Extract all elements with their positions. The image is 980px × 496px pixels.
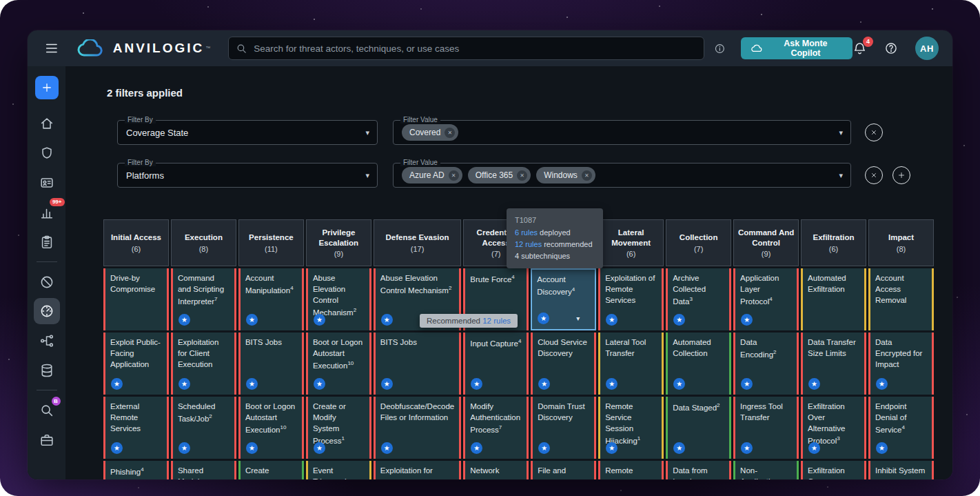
technique-cell[interactable]: Inhibit System bbox=[868, 461, 934, 479]
technique-cell[interactable]: Automated Collection★ bbox=[666, 333, 731, 395]
tactic-header[interactable]: Exfiltration(6) bbox=[801, 219, 866, 266]
sidebar-item-search[interactable]: B bbox=[34, 395, 60, 425]
technique-cell[interactable]: Data Staged2★ bbox=[666, 397, 731, 459]
technique-cell[interactable]: Account Access Removal bbox=[868, 268, 934, 330]
chip-remove-icon[interactable]: ✕ bbox=[582, 170, 592, 181]
technique-cell[interactable]: File and bbox=[531, 461, 596, 479]
technique-name: Create bbox=[245, 466, 297, 477]
technique-cell[interactable]: Modify Authentication Process7★ bbox=[463, 397, 529, 459]
sidebar-item-bar-chart[interactable]: 99+ bbox=[34, 197, 60, 227]
database-icon bbox=[39, 363, 54, 378]
sidebar-item-clipboard[interactable] bbox=[34, 227, 60, 257]
technique-cell[interactable]: Account Discovery4★▾ bbox=[531, 268, 596, 330]
desktop-background: ANVILOGIC ™ Ask Monte Copilot 4 AH bbox=[0, 0, 980, 496]
sidebar-item-shield[interactable] bbox=[34, 138, 60, 168]
expand-caret-icon[interactable]: ▾ bbox=[576, 314, 580, 324]
sidebar-item-gauge[interactable] bbox=[34, 298, 60, 324]
search-input[interactable] bbox=[254, 43, 697, 54]
technique-cell[interactable]: Command and Scripting Interpreter7★ bbox=[171, 268, 236, 330]
sidebar-item-database[interactable] bbox=[34, 355, 60, 385]
technique-cell[interactable]: Archive Collected Data3★ bbox=[666, 268, 731, 330]
technique-cell[interactable]: Data from Local bbox=[666, 461, 731, 479]
technique-cell[interactable]: Remote Service Session Hijacking1★ bbox=[598, 397, 664, 459]
technique-cell[interactable]: Endpoint Denial of Service4★ bbox=[868, 397, 934, 459]
sidebar-item-hierarchy[interactable] bbox=[34, 326, 60, 355]
sidebar-item-home[interactable] bbox=[34, 108, 60, 138]
technique-cell[interactable]: Phishing4 bbox=[103, 461, 169, 479]
add-filter-button[interactable] bbox=[892, 166, 910, 184]
tactic-header[interactable]: Command And Control(9) bbox=[733, 219, 799, 266]
tactic-header[interactable]: Defense Evasion(17) bbox=[374, 219, 461, 266]
tactic-header[interactable]: Initial Access(6) bbox=[103, 219, 169, 266]
tactic-header[interactable]: Persistence(11) bbox=[238, 219, 304, 266]
technique-cell[interactable]: Automated Exfiltration bbox=[801, 268, 866, 330]
filter-chip[interactable]: Azure AD✕ bbox=[402, 167, 462, 183]
technique-cell[interactable]: Boot or Logon Autostart Execution10★ bbox=[306, 333, 371, 395]
info-icon[interactable] bbox=[714, 43, 726, 54]
remove-filter-button[interactable] bbox=[865, 166, 883, 184]
technique-cell[interactable]: Network bbox=[463, 461, 529, 479]
tactic-header[interactable]: Execution(8) bbox=[171, 219, 236, 266]
sidebar-item-briefcase[interactable] bbox=[34, 425, 60, 455]
technique-cell[interactable]: Input Capture4★ bbox=[463, 333, 529, 395]
technique-cell[interactable]: Event Triggered bbox=[306, 461, 371, 479]
chip-remove-icon[interactable]: ✕ bbox=[449, 170, 459, 181]
technique-cell[interactable]: Drive-by Compromise bbox=[103, 268, 169, 330]
notifications-button[interactable]: 4 bbox=[853, 41, 867, 56]
menu-icon[interactable] bbox=[44, 41, 59, 56]
sidebar-add-button[interactable] bbox=[35, 76, 59, 99]
filter-chip[interactable]: Office 365✕ bbox=[468, 167, 531, 183]
technique-cell[interactable]: Exfiltration Over Alternative Protocol3★ bbox=[801, 397, 866, 459]
technique-name: Data from Local bbox=[673, 466, 724, 479]
tactic-header[interactable]: Lateral Movement(6) bbox=[598, 219, 664, 266]
user-avatar[interactable]: AH bbox=[915, 37, 939, 60]
technique-cell[interactable]: Shared Modules bbox=[171, 461, 236, 479]
technique-cell[interactable]: Create bbox=[238, 461, 304, 479]
technique-cell[interactable]: Data Encrypted for Impact★ bbox=[868, 333, 934, 395]
bar-chart-icon bbox=[39, 205, 54, 220]
chip-remove-icon[interactable]: ✕ bbox=[517, 170, 527, 181]
chip-remove-icon[interactable]: ✕ bbox=[445, 128, 455, 138]
technique-cell[interactable]: Data Encoding2★ bbox=[733, 333, 799, 395]
technique-cell[interactable]: Cloud Service Discovery★ bbox=[531, 333, 596, 395]
filter-chip[interactable]: Covered✕ bbox=[402, 124, 458, 141]
technique-cell[interactable]: External Remote Services★ bbox=[103, 397, 169, 459]
technique-cell[interactable]: Data Transfer Size Limits★ bbox=[801, 333, 866, 395]
global-search[interactable] bbox=[228, 37, 704, 60]
filter-chip[interactable]: Windows✕ bbox=[536, 167, 595, 183]
search-icon bbox=[236, 43, 247, 54]
help-icon[interactable] bbox=[884, 41, 898, 55]
tactic-name: Exfiltration bbox=[813, 232, 855, 242]
filter-value-select[interactable]: Filter Value Covered✕ ▾ bbox=[393, 120, 851, 145]
sidebar-item-id-card[interactable] bbox=[34, 168, 60, 197]
tactic-header[interactable]: Collection(7) bbox=[666, 219, 731, 266]
technique-cell[interactable]: BITS Jobs★ bbox=[238, 333, 304, 395]
technique-cell[interactable]: Create or Modify System Process1★ bbox=[306, 397, 371, 459]
filter-value-select[interactable]: Filter Value Azure AD✕Office 365✕Windows… bbox=[393, 163, 851, 188]
technique-cell[interactable]: Exploitation of Remote Services★ bbox=[598, 268, 664, 330]
technique-cell[interactable]: Exploitation for bbox=[374, 461, 461, 479]
technique-cell[interactable]: Domain Trust Discovery★ bbox=[531, 397, 596, 459]
technique-cell[interactable]: Deobfuscate/Decode Files or Information★ bbox=[374, 397, 461, 459]
technique-cell[interactable]: Abuse Elevation Control Mechanism2★ bbox=[306, 268, 371, 330]
technique-cell[interactable]: Ingress Tool Transfer★ bbox=[733, 397, 799, 459]
technique-cell[interactable]: Remote bbox=[598, 461, 664, 479]
technique-cell[interactable]: BITS Jobs★ bbox=[374, 333, 461, 395]
technique-cell[interactable]: Exploit Public-Facing Application★ bbox=[103, 333, 169, 395]
technique-cell[interactable]: Exfiltration Over bbox=[801, 461, 866, 479]
remove-filter-button[interactable] bbox=[865, 123, 883, 141]
technique-cell[interactable]: Scheduled Task/Job2★ bbox=[171, 397, 236, 459]
technique-cell[interactable]: Lateral Tool Transfer★ bbox=[598, 333, 664, 395]
filter-by-select[interactable]: Filter By Coverage State ▾ bbox=[117, 120, 378, 145]
technique-cell[interactable]: Boot or Logon Autostart Execution10★ bbox=[238, 397, 304, 459]
sidebar-item-block[interactable] bbox=[34, 267, 60, 297]
technique-name: Account Discovery4 bbox=[537, 275, 590, 298]
tactic-header[interactable]: Privilege Escalation(9) bbox=[306, 219, 371, 266]
technique-cell[interactable]: Exploitation for Client Execution★ bbox=[171, 333, 236, 395]
ask-monte-copilot-button[interactable]: Ask Monte Copilot bbox=[741, 37, 853, 59]
technique-cell[interactable]: Non-Application bbox=[733, 461, 799, 479]
technique-cell[interactable]: Application Layer Protocol4★ bbox=[733, 268, 799, 330]
filter-by-select[interactable]: Filter By Platforms ▾ bbox=[117, 163, 378, 188]
technique-cell[interactable]: Account Manipulation4★ bbox=[238, 268, 304, 330]
tactic-header[interactable]: Impact(8) bbox=[868, 219, 934, 266]
